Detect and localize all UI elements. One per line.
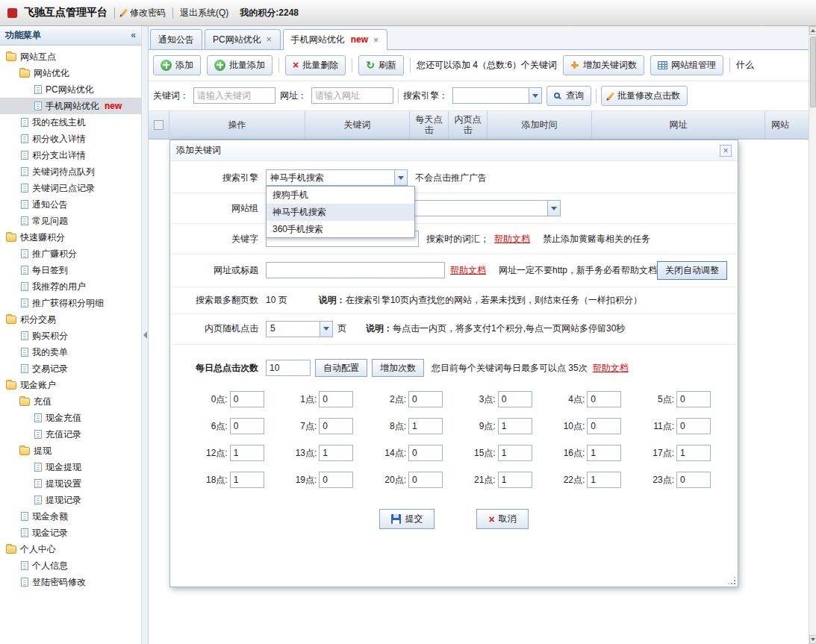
inner-click-select[interactable]: 5 xyxy=(266,321,333,337)
sidebar-item[interactable]: 关键词已点记录 xyxy=(0,180,141,196)
sidebar-item[interactable]: 提现 xyxy=(0,443,141,459)
sidebar-item[interactable]: 个人信息 xyxy=(0,557,141,574)
hour-input[interactable] xyxy=(676,445,711,461)
hour-input[interactable] xyxy=(498,445,532,461)
increase-keywords-button[interactable]: 增加关键词数 xyxy=(563,55,644,75)
hour-input[interactable] xyxy=(408,418,443,434)
scroll-up-button[interactable] xyxy=(809,26,816,35)
dropdown-option[interactable]: 神马手机搜索 xyxy=(267,204,414,221)
engine-filter-select[interactable] xyxy=(452,87,542,104)
sidebar-item[interactable]: 提现记录 xyxy=(0,492,141,508)
hour-input[interactable] xyxy=(498,472,532,488)
sidebar-item[interactable]: 提现设置 xyxy=(0,475,141,492)
sidebar-item[interactable]: 个人中心 xyxy=(0,541,141,557)
auto-config-button[interactable]: 自动配置 xyxy=(315,359,367,378)
sidebar-item[interactable]: 积分交易 xyxy=(0,311,141,328)
dropdown-option[interactable]: 搜狗手机 xyxy=(267,187,414,204)
site-group-manage-button[interactable]: 网站组管理 xyxy=(650,55,723,75)
vertical-scrollbar[interactable] xyxy=(809,26,816,644)
hour-input[interactable] xyxy=(319,445,353,461)
sidebar-splitter[interactable] xyxy=(142,26,149,644)
hour-input[interactable] xyxy=(230,445,264,461)
dropdown-option[interactable]: 360手机搜索 xyxy=(267,221,414,238)
sidebar-item[interactable]: 我推荐的用户 xyxy=(0,278,141,295)
hour-input[interactable] xyxy=(319,472,353,488)
sidebar-item[interactable]: 快速赚积分 xyxy=(0,229,141,246)
hour-input[interactable] xyxy=(230,418,264,434)
resize-handle[interactable] xyxy=(734,583,735,584)
sidebar-item[interactable]: 手机网站优化new xyxy=(0,98,141,114)
hour-input[interactable] xyxy=(676,418,711,434)
hour-input[interactable] xyxy=(676,391,711,407)
hour-input[interactable] xyxy=(408,391,443,407)
hour-input[interactable] xyxy=(498,391,532,407)
sidebar-item[interactable]: PC网站优化 xyxy=(0,81,141,98)
hour-input[interactable] xyxy=(319,391,353,407)
engine-select[interactable]: 神马手机搜索 搜狗手机神马手机搜索360手机搜索 xyxy=(266,169,408,186)
tab-2[interactable]: 手机网站优化new× xyxy=(283,29,387,50)
select-all-checkbox[interactable] xyxy=(154,120,163,130)
close-auto-adjust-button[interactable]: 关闭自动调整 xyxy=(657,261,727,280)
logout-link[interactable]: 退出系统(Q) xyxy=(180,7,228,19)
sidebar-item[interactable]: 现金余额 xyxy=(0,508,141,525)
batch-modify-clicks-button[interactable]: 批量修改点击数 xyxy=(601,86,688,106)
scrollbar-thumb[interactable] xyxy=(810,37,816,107)
tab-1[interactable]: PC网站优化× xyxy=(205,29,281,49)
url-filter-input[interactable] xyxy=(311,87,393,104)
hour-input[interactable] xyxy=(408,472,443,488)
sidebar-item[interactable]: 积分收入详情 xyxy=(0,131,141,147)
cancel-button[interactable]: × 取消 xyxy=(476,509,528,529)
sidebar-item[interactable]: 我的在线主机 xyxy=(0,114,141,131)
sidebar-item[interactable]: 现金提现 xyxy=(0,459,141,475)
batch-delete-button[interactable]: × 批量删除 xyxy=(285,55,346,75)
scroll-down-button[interactable] xyxy=(809,635,816,644)
chevron-down-icon[interactable] xyxy=(320,322,332,337)
chevron-down-icon[interactable] xyxy=(547,201,560,216)
change-password-link[interactable]: 修改密码 xyxy=(122,7,166,19)
add-times-button[interactable]: 增加次数 xyxy=(372,359,424,378)
hour-input[interactable] xyxy=(319,418,353,434)
tab-0[interactable]: 通知公告 xyxy=(150,29,202,49)
add-button[interactable]: 添加 xyxy=(153,55,201,75)
hour-input[interactable] xyxy=(230,472,264,488)
url-or-title-input[interactable] xyxy=(266,262,445,278)
sidebar-item[interactable]: 推广获得积分明细 xyxy=(0,295,141,311)
sidebar-item[interactable]: 登陆密码修改 xyxy=(0,574,141,590)
help-doc-link[interactable]: 帮助文档 xyxy=(494,233,530,246)
sidebar-item[interactable]: 现金账户 xyxy=(0,377,141,393)
daily-total-input[interactable] xyxy=(266,360,311,376)
sidebar-item[interactable]: 网站互点 xyxy=(0,49,141,65)
sidebar-item[interactable]: 交易记录 xyxy=(0,360,141,377)
sidebar-item[interactable]: 充值 xyxy=(0,393,141,410)
sidebar-item[interactable]: 关键词待点队列 xyxy=(0,163,141,180)
hour-input[interactable] xyxy=(676,472,711,488)
sidebar-item[interactable]: 常见问题 xyxy=(0,213,141,229)
help-what-link[interactable]: 什么 xyxy=(736,59,754,72)
sidebar-item[interactable]: 通知公告 xyxy=(0,196,141,213)
chevron-down-icon[interactable] xyxy=(394,170,407,185)
sidebar-item[interactable]: 每日签到 xyxy=(0,262,141,278)
hour-input[interactable] xyxy=(587,472,621,488)
hour-input[interactable] xyxy=(498,418,532,434)
sidebar-item[interactable]: 网站优化 xyxy=(0,65,141,81)
hour-input[interactable] xyxy=(408,445,443,461)
submit-button[interactable]: 提交 xyxy=(379,509,435,529)
query-button[interactable]: 查询 xyxy=(546,86,591,106)
help-doc-link[interactable]: 帮助文档 xyxy=(450,264,486,277)
chevron-down-icon[interactable] xyxy=(529,88,541,103)
close-dialog-button[interactable]: × xyxy=(720,145,732,157)
sidebar-item[interactable]: 我的卖单 xyxy=(0,344,141,360)
sidebar-item[interactable]: 现金充值 xyxy=(0,410,141,426)
batch-add-button[interactable]: 批量添加 xyxy=(207,55,272,75)
hour-input[interactable] xyxy=(587,391,621,407)
collapse-sidebar-button[interactable]: « xyxy=(131,29,136,42)
sidebar-item[interactable]: 现金记录 xyxy=(0,525,141,541)
hour-input[interactable] xyxy=(230,391,264,407)
close-icon[interactable]: × xyxy=(266,35,272,44)
hour-input[interactable] xyxy=(587,445,621,461)
keyword-filter-input[interactable] xyxy=(193,87,275,104)
help-doc-link[interactable]: 帮助文档 xyxy=(593,362,629,375)
sidebar-item[interactable]: 积分支出详情 xyxy=(0,147,141,163)
refresh-button[interactable]: ↻ 刷新 xyxy=(358,55,404,75)
close-icon[interactable]: × xyxy=(373,36,379,45)
